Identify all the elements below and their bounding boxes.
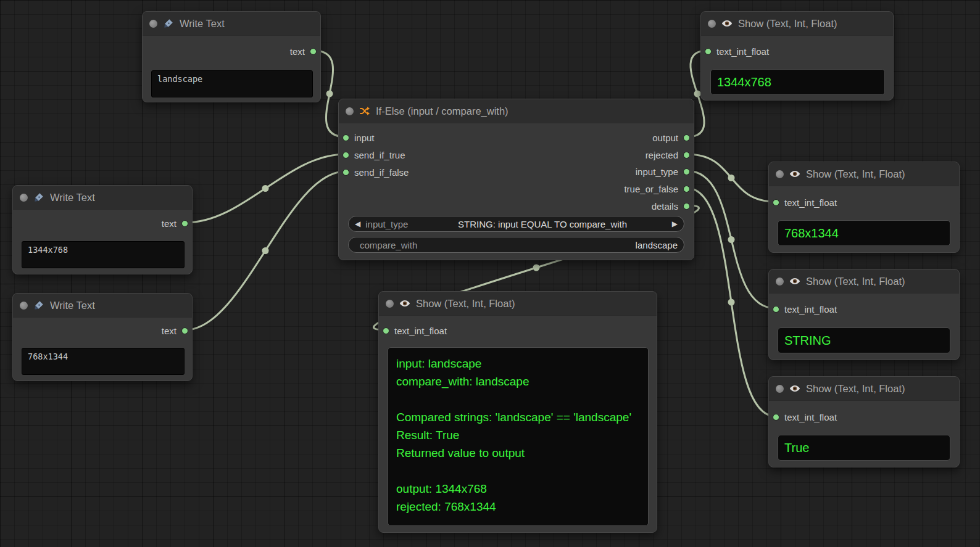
input-slot-dot[interactable] [773, 414, 779, 421]
slot-label: send_if_false [354, 167, 409, 178]
output-slot-output: output [652, 131, 690, 144]
collapse-dot[interactable] [708, 20, 716, 28]
output-slot-dot[interactable] [181, 327, 188, 334]
node-if-else[interactable]: If-Else (input / compare_with) input sen… [338, 99, 694, 260]
slot-label: input_type [636, 167, 678, 177]
output-slot-input-type: input_type [636, 165, 690, 178]
link-midpoint-dot [728, 236, 735, 243]
input-slot-text-int-float: text_int_float [773, 410, 837, 424]
output-slot-dot[interactable] [310, 48, 317, 55]
details-line: input: landscape [396, 355, 640, 372]
combo-prev-arrow[interactable]: ◀ [355, 220, 360, 228]
show-details-value: input: landscape compare_with: landscape… [388, 347, 649, 526]
node-header[interactable]: Show (Text, Int, Float) [769, 162, 959, 186]
collapse-dot[interactable] [149, 20, 157, 28]
output-slot-text: text [290, 44, 317, 58]
node-show-details[interactable]: Show (Text, Int, Float) text_int_float i… [378, 291, 657, 533]
show-value: STRING [778, 327, 950, 353]
output-slot-dot[interactable] [683, 203, 690, 210]
node-title: Show (Text, Int, Float) [806, 276, 905, 287]
text-widget[interactable]: 1344x768 [22, 241, 185, 268]
input-slot-text-int-float: text_int_float [705, 44, 769, 58]
details-line: rejected: 768x1344 [396, 498, 640, 516]
show-value: True [778, 435, 950, 461]
input-slot-send-if-false: send_if_false [343, 165, 409, 179]
collapse-dot[interactable] [776, 278, 784, 286]
collapse-dot[interactable] [776, 385, 784, 393]
input-slot-text-int-float: text_int_float [773, 302, 837, 316]
field-value: landscape [636, 240, 678, 250]
node-show-input-type[interactable]: Show (Text, Int, Float) text_int_float S… [768, 269, 960, 360]
collapse-dot[interactable] [346, 107, 354, 115]
slot-label: send_if_true [354, 150, 405, 160]
input-slot-dot[interactable] [343, 134, 349, 141]
compare-with-field[interactable]: compare_with landscape [348, 237, 684, 253]
show-value: 1344x768 [710, 69, 885, 95]
input-slot-send-if-true: send_if_true [343, 148, 405, 162]
details-line [396, 390, 640, 408]
node-show-output[interactable]: Show (Text, Int, Float) text_int_float 1… [700, 11, 894, 101]
output-slot-true-or-false: true_or_false [624, 182, 690, 195]
node-header[interactable]: Show (Text, Int, Float) [379, 292, 657, 316]
node-header[interactable]: Show (Text, Int, Float) [769, 269, 959, 294]
input-type-combo[interactable]: ◀ input_type STRING: input EQUAL TO comp… [348, 216, 684, 232]
slot-label: text_int_float [784, 412, 837, 422]
node-title: Show (Text, Int, Float) [416, 298, 515, 310]
slot-label: input [354, 133, 375, 143]
link-midpoint-dot [694, 91, 701, 97]
input-slot-dot[interactable] [383, 327, 389, 334]
output-slot-text: text [162, 216, 188, 230]
output-slot-dot[interactable] [683, 186, 690, 192]
node-write-text-2[interactable]: Write Text text 1344x768 [12, 185, 193, 274]
details-line: Compared strings: 'landscape' == 'landsc… [396, 408, 640, 426]
input-slot-dot[interactable] [705, 48, 712, 55]
collapse-dot[interactable] [776, 170, 784, 178]
collapse-dot[interactable] [386, 300, 394, 308]
pen-icon [33, 192, 44, 203]
slot-label: output [652, 133, 678, 143]
link-midpoint-dot [533, 265, 540, 271]
slot-label: text [162, 326, 176, 336]
node-title: Show (Text, Int, Float) [738, 18, 837, 30]
graph-canvas[interactable]: Write Text text landscape Write Text tex… [0, 0, 980, 547]
combo-label: input_type [365, 219, 408, 229]
node-write-text-3[interactable]: Write Text text 768x1344 [12, 293, 193, 381]
eye-icon [721, 18, 733, 29]
output-slot-dot[interactable] [683, 168, 690, 175]
node-header[interactable]: Write Text [13, 294, 192, 318]
input-slot-dot[interactable] [773, 306, 779, 313]
node-header[interactable]: Show (Text, Int, Float) [701, 12, 893, 36]
node-write-text-1[interactable]: Write Text text landscape [142, 11, 321, 102]
node-header[interactable]: Write Text [143, 12, 320, 36]
output-slot-dot[interactable] [683, 134, 690, 141]
input-slot-dot[interactable] [343, 169, 349, 176]
output-slot-details: details [652, 199, 690, 213]
input-slot-dot[interactable] [343, 152, 349, 158]
details-line: compare_with: landscape [396, 372, 640, 390]
combo-next-arrow[interactable]: ▶ [672, 220, 678, 228]
node-header[interactable]: Write Text [13, 186, 192, 210]
node-title: Write Text [180, 18, 225, 30]
slot-label: text_int_float [784, 197, 837, 208]
node-show-rejected[interactable]: Show (Text, Int, Float) text_int_float 7… [768, 162, 960, 253]
eye-icon [399, 298, 410, 309]
pen-icon [163, 18, 174, 29]
output-slot-dot[interactable] [683, 152, 690, 158]
text-widget[interactable]: 768x1344 [22, 348, 185, 375]
input-slot-dot[interactable] [773, 199, 779, 206]
text-widget[interactable]: landscape [151, 70, 313, 97]
link-midpoint-dot [728, 175, 735, 181]
collapse-dot[interactable] [20, 302, 28, 310]
output-slot-dot[interactable] [181, 220, 188, 227]
node-header[interactable]: Show (Text, Int, Float) [769, 377, 959, 401]
collapse-dot[interactable] [20, 194, 28, 202]
combo-value: STRING: input EQUAL TO compare_with [413, 219, 671, 229]
slot-label: text_int_float [784, 304, 837, 315]
node-show-true-or-false[interactable]: Show (Text, Int, Float) text_int_float T… [768, 376, 960, 467]
slot-label: rejected [646, 150, 678, 160]
show-value: 768x1344 [778, 220, 950, 246]
node-title: Write Text [50, 192, 95, 204]
node-header[interactable]: If-Else (input / compare_with) [339, 99, 694, 123]
details-line [396, 462, 640, 480]
output-slot-rejected: rejected [646, 148, 690, 162]
